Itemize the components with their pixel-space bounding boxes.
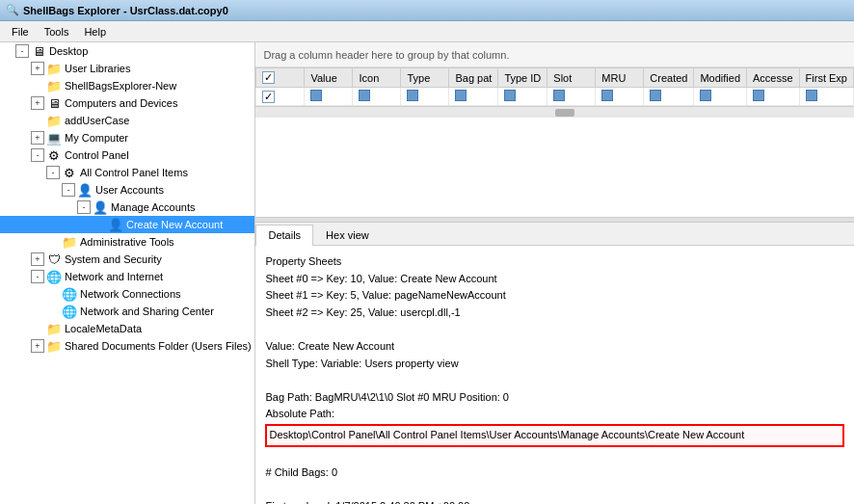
menu-help[interactable]: Help	[76, 24, 114, 40]
col-header-typeid[interactable]: Type ID	[498, 68, 547, 88]
bag-path-label: Bag Path: BagMRU\4\2\1\0 Slot #0 MRU Pos…	[265, 389, 844, 407]
tree-node-system-security[interactable]: + 🛡 System and Security	[0, 251, 254, 268]
group-header: Drag a column header here to group by th…	[255, 42, 854, 67]
tree-node-network-connections[interactable]: 🌐 Network Connections	[0, 285, 254, 303]
right-panel: Drag a column header here to group by th…	[255, 42, 854, 504]
desktop-icon: 🖥	[31, 43, 46, 59]
cell-created	[644, 88, 694, 106]
expand-computers[interactable]: +	[31, 96, 44, 110]
app-icon: 🔍	[6, 4, 19, 17]
tree-node-network-internet[interactable]: - 🌐 Network and Internet	[0, 268, 254, 285]
tree-node-computers[interactable]: + 🖥 Computers and Devices	[0, 94, 254, 112]
tree-node-shared-docs[interactable]: + 📁 Shared Documents Folder (Users Files…	[0, 337, 254, 355]
tree-node-desktop[interactable]: - 🖥 Desktop	[0, 42, 254, 60]
tree-node-create-new-account[interactable]: 👤 Create New Account	[0, 216, 254, 233]
cell-typeid	[498, 88, 547, 106]
user-accounts-label: User Accounts	[95, 184, 164, 196]
computers-icon: 🖥	[46, 95, 62, 111]
network-connections-icon: 🌐	[62, 286, 77, 302]
col-header-value[interactable]: Value	[305, 68, 353, 88]
user-libraries-icon: 📁	[46, 61, 62, 76]
network-sharing-icon: 🌐	[62, 304, 77, 319]
tree-node-admin-tools[interactable]: 📁 Administrative Tools	[0, 233, 254, 251]
tree-node-user-accounts[interactable]: - 👤 User Accounts	[0, 181, 254, 199]
shared-docs-label: Shared Documents Folder (Users Files)	[65, 340, 252, 352]
table-area[interactable]: ✓ Value Icon Type Bag pat Type ID Slot M…	[255, 67, 854, 217]
create-account-label: Create New Account	[126, 219, 223, 230]
tree-node-shellbags-new[interactable]: 📁 ShellBagsExplorer-New	[0, 77, 254, 94]
col-header-bagpat[interactable]: Bag pat	[449, 68, 498, 88]
menu-tools[interactable]: Tools	[37, 24, 77, 40]
col-header-modified[interactable]: Modified	[694, 68, 747, 88]
col-header-slot[interactable]: Slot	[547, 68, 596, 88]
col-header-created[interactable]: Created	[644, 68, 694, 88]
cell-accessed	[747, 88, 800, 106]
my-computer-icon: 💻	[46, 130, 62, 146]
property-sheets-label: Property Sheets	[265, 253, 844, 271]
menu-bar: File Tools Help	[0, 21, 854, 42]
table-row[interactable]: ✓	[256, 88, 854, 106]
col-header-type[interactable]: Type	[401, 68, 449, 88]
network-internet-label: Network and Internet	[65, 271, 163, 282]
expand-user-accounts[interactable]: -	[62, 183, 75, 197]
tab-hexview[interactable]: Hex view	[313, 225, 382, 245]
network-internet-icon: 🌐	[46, 269, 62, 284]
tree-node-all-control-panel[interactable]: - ⚙ All Control Panel Items	[0, 164, 254, 181]
abs-path-label: Absolute Path: Desktop\Control Panel\All…	[265, 406, 844, 446]
menu-file[interactable]: File	[4, 24, 37, 40]
expand-desktop[interactable]: -	[15, 44, 29, 58]
expand-system-security[interactable]: +	[31, 252, 44, 266]
tree-node-control-panel[interactable]: - ⚙ Control Panel	[0, 146, 254, 164]
admin-tools-icon: 📁	[62, 234, 77, 250]
control-panel-label: Control Panel	[65, 149, 129, 161]
col-header-accessed[interactable]: Accesse	[747, 68, 800, 88]
tree-node-my-computer[interactable]: + 💻 My Computer	[0, 129, 254, 146]
tree-node-addusercase[interactable]: 📁 addUserCase	[0, 112, 254, 129]
data-table: ✓ Value Icon Type Bag pat Type ID Slot M…	[255, 67, 854, 106]
locale-icon: 📁	[46, 321, 62, 336]
cell-checkbox[interactable]: ✓	[256, 88, 305, 106]
group-header-text: Drag a column header here to group by th…	[263, 49, 509, 61]
col-header-mru[interactable]: MRU	[596, 68, 644, 88]
tree-node-network-sharing[interactable]: 🌐 Network and Sharing Center	[0, 303, 254, 320]
tree-node-locale[interactable]: 📁 LocaleMetaData	[0, 320, 254, 337]
shellbags-new-icon: 📁	[46, 78, 62, 93]
network-sharing-label: Network and Sharing Center	[80, 305, 214, 317]
addusercase-icon: 📁	[46, 113, 62, 128]
cell-value	[305, 88, 353, 106]
sheet1: Sheet #1 => Key: 5, Value: pageNameNewAc…	[265, 287, 844, 305]
create-account-icon: 👤	[108, 217, 123, 232]
abs-path-value: Desktop\Control Panel\All Control Panel …	[265, 424, 844, 447]
all-control-label: All Control Panel Items	[80, 167, 188, 178]
child-bags-label: # Child Bags: 0	[265, 464, 844, 482]
details-panel: Details Hex view Property Sheets Sheet #…	[255, 223, 854, 504]
tree-node-manage-accounts[interactable]: - 👤 Manage Accounts	[0, 199, 254, 216]
tab-bar: Details Hex view	[255, 223, 854, 246]
admin-tools-label: Administrative Tools	[80, 236, 174, 248]
cell-modified	[694, 88, 747, 106]
shared-docs-icon: 📁	[46, 338, 62, 354]
expand-all-control[interactable]: -	[46, 166, 60, 179]
expand-user-libraries[interactable]: +	[31, 62, 44, 75]
tree-node-user-libraries[interactable]: + 📁 User Libraries	[0, 60, 254, 77]
expand-my-computer[interactable]: +	[31, 131, 44, 145]
col-header-icon[interactable]: Icon	[353, 68, 401, 88]
cell-icon	[353, 88, 401, 106]
title-bar: 🔍 ShellBags Explorer - UsrClass.dat.copy…	[0, 0, 854, 21]
control-panel-icon: ⚙	[46, 147, 62, 163]
col-header-checkbox[interactable]: ✓	[256, 68, 305, 88]
expand-network-internet[interactable]: -	[31, 270, 44, 283]
sheet0: Sheet #0 => Key: 10, Value: Create New A…	[265, 271, 844, 288]
locale-label: LocaleMetaData	[65, 323, 142, 334]
shellbags-new-label: ShellBagsExplorer-New	[65, 80, 176, 92]
user-accounts-icon: 👤	[77, 182, 93, 198]
scrollbar-thumb[interactable]	[555, 109, 574, 117]
cell-type	[401, 88, 449, 106]
expand-shared-docs[interactable]: +	[31, 339, 44, 353]
expand-manage-accounts[interactable]: -	[77, 200, 91, 214]
expand-control-panel[interactable]: -	[31, 148, 44, 162]
tab-details[interactable]: Details	[255, 225, 313, 246]
horizontal-scrollbar[interactable]	[255, 106, 854, 118]
system-security-label: System and Security	[65, 253, 162, 265]
col-header-firstexp[interactable]: First Exp	[799, 68, 853, 88]
